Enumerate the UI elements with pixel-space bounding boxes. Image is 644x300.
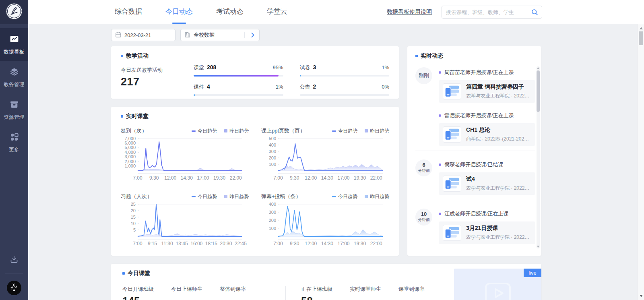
scroll-down-icon[interactable] <box>537 246 539 248</box>
page-scrollbar[interactable] <box>638 24 644 300</box>
x-tick-label: 22:00 <box>370 175 382 181</box>
feed-scrollbar-thumb[interactable] <box>537 70 540 112</box>
event-text: 周苗苗老师开启授课/正在上课 <box>444 69 514 76</box>
time-badge-value: 刚刚 <box>419 73 429 79</box>
nav-tab[interactable]: 综合数据 <box>115 0 142 24</box>
x-tick-label: 9:15 <box>148 241 157 246</box>
topbar: 综合数据今日动态考试动态学堂云 数据看板使用说明 <box>28 0 644 24</box>
user-avatar[interactable] <box>7 281 21 295</box>
legend-today-label[interactable]: 今日趋势 <box>198 128 217 134</box>
y-tick-label: 100 <box>269 162 276 167</box>
legend-today-label[interactable]: 今日趋势 <box>338 193 357 200</box>
legend-yesterday-label[interactable]: 昨日趋势 <box>370 193 389 200</box>
stat-label: 实时课堂师生 <box>350 286 398 293</box>
y-axis: 400300200100 <box>261 203 278 247</box>
card-title: 实时课堂 <box>121 113 389 120</box>
sidebar-item-academic[interactable]: 教务管理 <box>0 61 28 93</box>
x-tick-label: 22:45 <box>235 241 247 246</box>
live-video-thumbnail[interactable]: live <box>454 269 541 300</box>
x-tick-label: 9:30 <box>290 241 299 246</box>
progress-bar <box>194 75 283 77</box>
progress-bar <box>300 94 390 96</box>
nav-tab[interactable]: 学堂云 <box>267 0 287 24</box>
download-icon[interactable] <box>9 254 19 266</box>
sidebar-item-resource[interactable]: 资源管理 <box>0 93 28 126</box>
legend-today-marker <box>332 130 336 132</box>
course-card[interactable]: 3月21日授课 农学与农业工程学院 · 2022春... <box>439 221 535 244</box>
line-chart: 课上ppt页数（页） 今日趋势 昨日趋势 <box>261 127 389 181</box>
feed-event: 雷启振老师开启授课/正在上课 <box>439 112 535 146</box>
school-logo[interactable] <box>0 0 28 24</box>
chart-plot <box>278 203 383 240</box>
course-card[interactable]: CH1 总论 商学院 · 2022春-(2021-2022-... <box>439 123 535 146</box>
progress-fill <box>300 75 301 77</box>
course-meta: 农学与农业工程学院 · 2022春... <box>466 93 531 99</box>
y-tick-label: 25 <box>131 202 136 207</box>
legend-yesterday-marker <box>224 129 227 132</box>
sidebar-item-label: 数据看板 <box>0 49 28 56</box>
stat-value: 58 <box>301 296 350 300</box>
scroll-down-icon[interactable] <box>640 295 643 297</box>
search-icon[interactable] <box>527 6 542 18</box>
card-title: 教学活动 <box>121 52 389 60</box>
chart-plot <box>138 137 242 174</box>
line-chart: 习题（人次） 今日趋势 昨日趋势 <box>121 192 249 247</box>
x-tick-label: 14:30 <box>181 175 193 181</box>
progress-fill <box>194 94 195 96</box>
search-input[interactable] <box>442 9 527 15</box>
charts-grid: 签到（次） 今日趋势 昨日趋势 <box>121 127 389 247</box>
teaching-activity-card: 教学活动 今日发送教学活动 217 课堂 <box>111 46 399 99</box>
nav-tab[interactable]: 今日动态 <box>165 0 193 24</box>
x-tick-label: 17:00 <box>337 241 349 246</box>
stat-label: 正在上课班级 <box>301 286 350 293</box>
y-tick-label: 200 <box>269 218 276 223</box>
sidebar-item-more[interactable]: 更多 <box>0 126 28 159</box>
activity-stat: 课堂 208 95% <box>194 64 283 77</box>
course-card[interactable]: 第四章 饲料抗营养因子 农学与农业工程学院 · 2022春... <box>439 80 535 103</box>
x-tick-label: 12:00 <box>164 175 176 181</box>
legend-today-label[interactable]: 今日趋势 <box>198 193 217 200</box>
filter-bar: 2022-03-21 全校数据 <box>111 29 541 41</box>
stat-label: 公告 <box>300 83 310 91</box>
x-axis: 7:009:3012:0014:3017:0019:3022:00 <box>278 241 383 247</box>
y-tick-label: 300 <box>269 149 276 154</box>
y-axis: 252015105 <box>121 203 138 247</box>
stat-value: 208 <box>207 64 216 70</box>
chevron-right-icon[interactable] <box>248 33 255 37</box>
course-meta: 商学院 · 2022春-(2021-2022-... <box>466 136 531 143</box>
event-dot-icon <box>439 114 441 117</box>
play-icon[interactable] <box>485 282 511 300</box>
y-tick-label: 20 <box>131 209 136 213</box>
legend-yesterday-label[interactable]: 昨日趋势 <box>229 128 249 134</box>
scope-select[interactable]: 全校数据 <box>180 29 260 41</box>
card-title: 实时动态 <box>415 52 533 60</box>
y-tick-label: 7,000 <box>124 137 136 141</box>
page-scrollbar-thumb[interactable] <box>639 31 643 45</box>
legend-yesterday-marker <box>365 195 368 198</box>
help-link[interactable]: 数据看板使用说明 <box>387 8 432 16</box>
date-picker[interactable]: 2022-03-21 <box>111 29 175 41</box>
scroll-up-icon[interactable] <box>640 27 643 29</box>
legend-yesterday-label[interactable]: 昨日趋势 <box>370 128 389 134</box>
chart-title: 习题（人次） <box>121 193 152 200</box>
legend-today-marker <box>192 130 196 132</box>
feed-scrollbar[interactable] <box>537 66 540 248</box>
y-tick-label: 5 <box>133 228 136 232</box>
chart-title: 签到（次） <box>121 127 147 134</box>
legend-today-label[interactable]: 今日趋势 <box>338 128 357 134</box>
scroll-up-icon[interactable] <box>537 67 539 69</box>
legend-yesterday-label[interactable]: 昨日趋势 <box>229 193 249 200</box>
stat-label: 整体到课率 <box>220 286 268 293</box>
feed-event: 周苗苗老师开启授课/正在上课 <box>439 69 535 103</box>
realtime-class-card: 实时课堂 签到（次） 今日趋势 <box>111 107 399 256</box>
x-tick-label: 11:30 <box>161 241 173 246</box>
time-badge: 刚刚 <box>415 67 432 84</box>
event-dot-icon <box>439 71 441 74</box>
sidebar-item-dashboard[interactable]: 数据看板 <box>0 28 28 61</box>
x-tick-label: 7:00 <box>133 241 142 246</box>
y-tick-label: 3,000 <box>124 155 136 159</box>
y-tick-label: 5,000 <box>124 145 136 150</box>
nav-tab[interactable]: 考试动态 <box>216 0 244 24</box>
course-card[interactable]: 试4 农学与农业工程学院 · 2022春... <box>439 172 535 195</box>
today-class-card: 今日课堂 今日开课班级 145 今日上课师生 整体到课率 <box>111 264 541 300</box>
